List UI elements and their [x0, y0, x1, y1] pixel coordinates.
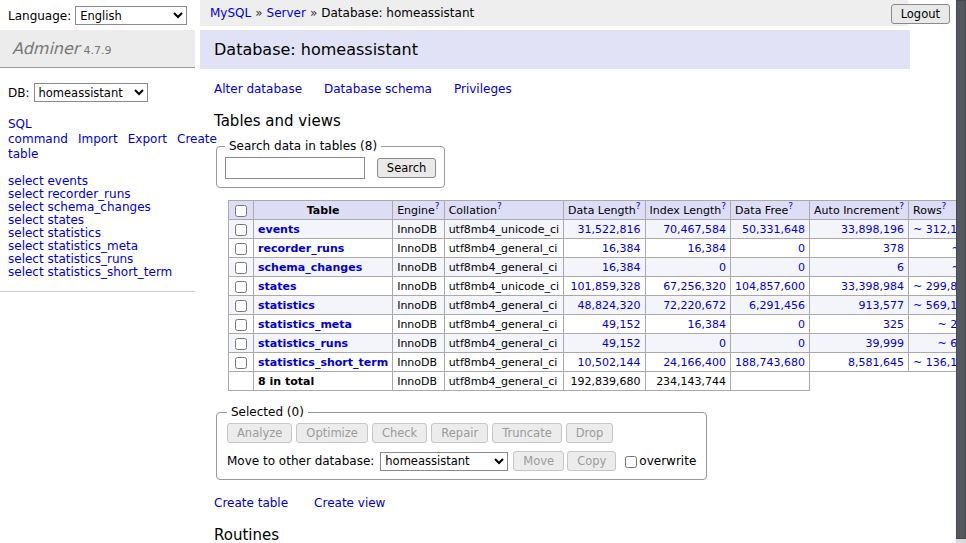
auto-increment-link[interactable]: 6 [897, 261, 904, 274]
language-select[interactable]: English [75, 6, 187, 25]
table-body: eventsInnoDButf8mb4_unicode_ci31,522,816… [229, 220, 966, 391]
data-free-link[interactable]: 0 [798, 242, 805, 255]
adminer-logo-link[interactable]: Adminer [12, 39, 79, 58]
row-checkbox[interactable] [235, 319, 247, 331]
data-free-cell: 6,291,456 [731, 296, 810, 315]
index-length-link[interactable]: 16,384 [688, 318, 727, 331]
row-checkbox[interactable] [235, 243, 247, 255]
index-length-link[interactable]: 0 [719, 261, 726, 274]
row-checkbox[interactable] [235, 338, 247, 350]
breadcrumb-item[interactable]: MySQL [210, 6, 251, 20]
search-button[interactable]: Search [377, 158, 437, 178]
table-name-link[interactable]: statistics_short_term [258, 356, 388, 369]
data-free-link[interactable]: 0 [798, 318, 805, 331]
optimize-button[interactable]: Optimize [296, 423, 368, 443]
data-length-link[interactable]: 49,152 [602, 318, 641, 331]
row-checkbox[interactable] [235, 357, 247, 369]
scrollbar[interactable] [956, 0, 966, 543]
logout-button[interactable]: Logout [891, 4, 950, 24]
data-free-link[interactable]: 0 [798, 261, 805, 274]
help-link[interactable]: ? [497, 201, 502, 211]
sidebar-table-link[interactable]: select statistics_short_term [8, 265, 172, 279]
move-db-select[interactable]: homeassistant [380, 452, 508, 471]
checkbox-cell [229, 296, 254, 315]
sidebar-action-link[interactable]: Export [128, 132, 167, 146]
table-name-link[interactable]: statistics_runs [258, 337, 348, 350]
data-length-link[interactable]: 101,859,328 [571, 280, 641, 293]
check-button[interactable]: Check [372, 423, 427, 443]
data-free-link[interactable]: 188,743,680 [735, 356, 805, 369]
table-name-cell: statistics [254, 296, 393, 315]
db-select[interactable]: homeassistant [34, 83, 148, 102]
db-action-link[interactable]: Privileges [454, 82, 512, 96]
auto-increment-link[interactable]: 39,999 [866, 337, 905, 350]
index-length-link[interactable]: 16,384 [688, 242, 727, 255]
create-link[interactable]: Create view [314, 496, 385, 510]
data-length-link[interactable]: 16,384 [602, 261, 641, 274]
data-free-link[interactable]: 104,857,600 [735, 280, 805, 293]
auto-increment-link[interactable]: 33,898,196 [841, 223, 904, 236]
table-name-link[interactable]: statistics [258, 299, 315, 312]
data-length-link[interactable]: 49,152 [602, 337, 641, 350]
sidebar-action-link[interactable]: Import [78, 132, 118, 146]
data-length-link[interactable]: 48,824,320 [578, 299, 641, 312]
db-action-link[interactable]: Database schema [324, 82, 432, 96]
sidebar-action-link[interactable]: SQL command [8, 117, 68, 146]
select-all-checkbox[interactable] [235, 205, 247, 217]
data-free-link[interactable]: 6,291,456 [749, 299, 805, 312]
help-link[interactable]: ? [899, 201, 904, 211]
sidebar-table-link[interactable]: select statistics_runs [8, 252, 133, 266]
help-link[interactable]: ? [435, 201, 440, 211]
row-checkbox[interactable] [235, 224, 247, 236]
scrollbar-thumb[interactable] [956, 0, 966, 539]
auto-increment-link[interactable]: 325 [883, 318, 904, 331]
sidebar-table-link[interactable]: select events [8, 174, 88, 188]
collation-cell: utf8mb4_general_ci [444, 315, 563, 334]
table-name-link[interactable]: events [258, 223, 300, 236]
create-link[interactable]: Create table [214, 496, 288, 510]
data-length-link[interactable]: 10,502,144 [578, 356, 641, 369]
help-link[interactable]: ? [788, 201, 793, 211]
db-action-link[interactable]: Alter database [214, 82, 302, 96]
data-length-link[interactable]: 16,384 [602, 242, 641, 255]
overwrite-checkbox[interactable] [625, 456, 637, 468]
index-length-link[interactable]: 72,220,672 [663, 299, 726, 312]
table-name-link[interactable]: states [258, 280, 297, 293]
index-length-link[interactable]: 70,467,584 [663, 223, 726, 236]
data-free-link[interactable]: 50,331,648 [742, 223, 805, 236]
auto-increment-cell: 33,398,984 [810, 277, 909, 296]
data-length-link[interactable]: 31,522,816 [578, 223, 641, 236]
table-name-link[interactable]: recorder_runs [258, 242, 344, 255]
auto-increment-link[interactable]: 913,577 [859, 299, 905, 312]
search-input[interactable] [225, 157, 365, 179]
auto-increment-link[interactable]: 33,398,984 [841, 280, 904, 293]
row-checkbox[interactable] [235, 300, 247, 312]
index-length-link[interactable]: 0 [719, 337, 726, 350]
help-link[interactable]: ? [721, 201, 726, 211]
help-link[interactable]: ? [942, 201, 947, 211]
copy-button[interactable]: Copy [567, 451, 616, 471]
sidebar-table-link[interactable]: select states [8, 213, 84, 227]
sidebar-table-link[interactable]: select statistics_meta [8, 239, 138, 253]
drop-button[interactable]: Drop [566, 423, 614, 443]
data-free-link[interactable]: 0 [798, 337, 805, 350]
row-checkbox[interactable] [235, 262, 247, 274]
checkbox-cell [229, 334, 254, 353]
table-name-link[interactable]: statistics_meta [258, 318, 352, 331]
row-checkbox[interactable] [235, 281, 247, 293]
help-link[interactable]: ? [636, 201, 641, 211]
breadcrumb-item[interactable]: Server [267, 6, 306, 20]
sidebar-table-link[interactable]: select recorder_runs [8, 187, 131, 201]
sidebar-table-link[interactable]: select schema_changes [8, 200, 151, 214]
index-length-link[interactable]: 24,166,400 [663, 356, 726, 369]
overwrite-label[interactable]: overwrite [639, 454, 696, 468]
move-button[interactable]: Move [513, 451, 564, 471]
index-length-link[interactable]: 67,256,320 [663, 280, 726, 293]
analyze-button[interactable]: Analyze [227, 423, 292, 443]
repair-button[interactable]: Repair [431, 423, 488, 443]
auto-increment-link[interactable]: 8,581,645 [848, 356, 904, 369]
sidebar-table-link[interactable]: select statistics [8, 226, 101, 240]
auto-increment-link[interactable]: 378 [883, 242, 904, 255]
table-name-link[interactable]: schema_changes [258, 261, 362, 274]
truncate-button[interactable]: Truncate [492, 423, 562, 443]
